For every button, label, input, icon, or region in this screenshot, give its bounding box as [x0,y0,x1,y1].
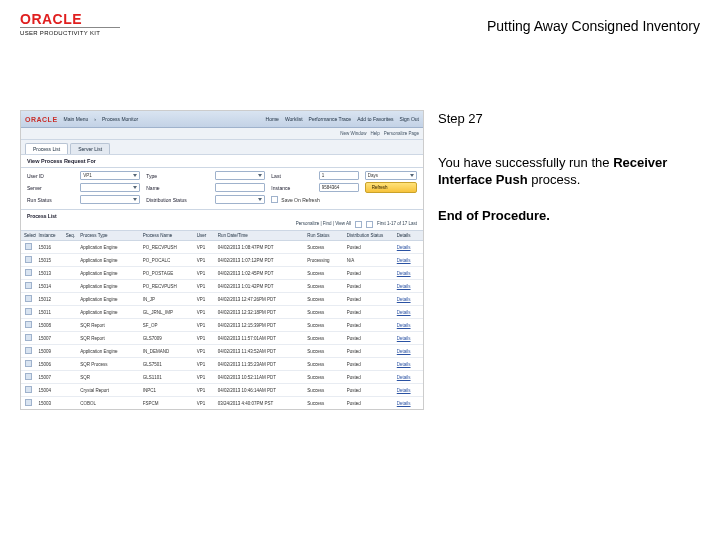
checkbox-icon[interactable] [25,295,32,302]
row-select[interactable] [21,267,36,280]
list-personalize[interactable]: Personalize | Find | View All [296,221,351,228]
cell-details[interactable]: Details [394,319,423,332]
field-diststatus[interactable] [215,195,265,204]
row-select[interactable] [21,280,36,293]
checkbox-icon[interactable] [25,321,32,328]
col-pname[interactable]: Process Name [140,231,194,241]
table-row: 15006SQR ProcessGLS7501VP104/02/2013 11:… [21,358,423,371]
col-runstatus[interactable]: Run Status [304,231,344,241]
cell-details[interactable]: Details [394,384,423,397]
cell-pname: IN_JP [140,410,194,411]
checkbox-icon[interactable] [25,399,32,406]
row-select[interactable] [21,358,36,371]
checkbox-icon[interactable] [25,243,32,250]
row-select[interactable] [21,306,36,319]
checkbox-icon[interactable] [25,282,32,289]
row-select[interactable] [21,254,36,267]
checkbox-icon[interactable] [25,373,32,380]
app-tabs: Process List Server List [21,140,423,154]
cell-details[interactable]: Details [394,397,423,410]
cell-details[interactable]: Details [394,241,423,254]
row-select[interactable] [21,293,36,306]
download-icon[interactable] [366,221,373,228]
nav-favorites[interactable]: Add to Favorites [357,116,393,122]
row-select[interactable] [21,332,36,345]
cell-details[interactable]: Details [394,254,423,267]
grid-icon[interactable] [355,221,362,228]
cell-ptype: Application Engine [77,293,139,306]
checkbox-icon[interactable] [25,308,32,315]
app-topnav: Main Menu › Process Monitor [64,116,139,122]
row-select[interactable] [21,345,36,358]
page-title: Putting Away Consigned Inventory [487,18,700,34]
nav-perftrace[interactable]: Performance Trace [309,116,352,122]
label-name: Name [146,185,209,191]
cell-instance: 15016 [36,241,63,254]
nav-signout[interactable]: Sign Out [400,116,419,122]
app-topnav-item[interactable]: Main Menu [64,116,89,122]
cell-instance: 15014 [36,280,63,293]
row-select[interactable] [21,319,36,332]
cell-ptype: SQR Report [77,319,139,332]
col-instance[interactable]: Instance [36,231,63,241]
field-last-unit[interactable]: Days [365,171,417,180]
tab-process-list[interactable]: Process List [25,143,68,154]
brand-subtitle: USER PRODUCTIVITY KIT [20,30,130,36]
field-userid[interactable]: VP1 [80,171,140,180]
row-select[interactable] [21,397,36,410]
field-server[interactable] [80,183,140,192]
field-runstatus[interactable] [80,195,140,204]
col-details[interactable]: Details [394,231,423,241]
cell-user: VP1 [194,332,215,345]
col-select[interactable]: Select [21,231,36,241]
app-topnav-item[interactable]: Process Monitor [102,116,138,122]
checkbox-icon[interactable] [25,334,32,341]
save-on-refresh-checkbox[interactable] [271,196,278,203]
field-type[interactable] [215,171,265,180]
list-pager[interactable]: First 1-17 of 17 Last [377,221,417,228]
label-server: Server [27,185,74,191]
checkbox-icon[interactable] [25,269,32,276]
link-personalize[interactable]: Personalize Page [384,131,419,136]
col-datetime[interactable]: Run Date/Time [215,231,305,241]
nav-home[interactable]: Home [266,116,279,122]
link-help[interactable]: Help [370,131,379,136]
cell-pname: PO_RECVPUSH [140,241,194,254]
col-diststatus[interactable]: Distribution Status [344,231,394,241]
cell-instance: 15006 [36,358,63,371]
row-select[interactable] [21,241,36,254]
cell-details[interactable]: Details [394,293,423,306]
field-instance[interactable]: 9584364 [319,183,359,192]
cell-datetime: 04/02/2013 1:08:47PM PDT [215,241,305,254]
link-newwindow[interactable]: New Window [340,131,366,136]
checkbox-icon[interactable] [25,256,32,263]
row-select[interactable] [21,371,36,384]
process-list-header: Process List [21,210,423,221]
checkbox-icon[interactable] [25,347,32,354]
row-select[interactable] [21,384,36,397]
tab-server-list[interactable]: Server List [70,143,110,154]
cell-details[interactable]: Details [394,267,423,280]
cell-details[interactable]: Details [394,332,423,345]
cell-details[interactable]: Details [394,358,423,371]
cell-datetime: 03/24/2013 4:40:07PM PST [215,397,305,410]
cell-instance: 15007 [36,332,63,345]
cell-pname: IN_JP [140,293,194,306]
app-subbar: New Window Help Personalize Page [21,128,423,140]
checkbox-icon[interactable] [25,386,32,393]
cell-details[interactable]: Details [394,280,423,293]
col-user[interactable]: User [194,231,215,241]
checkbox-icon[interactable] [25,360,32,367]
refresh-button[interactable]: Refresh [365,182,417,193]
cell-details[interactable]: Details [394,345,423,358]
cell-details[interactable]: Details [394,371,423,384]
cell-details[interactable]: Details [394,306,423,319]
col-ptype[interactable]: Process Type [77,231,139,241]
row-select[interactable] [21,410,36,411]
field-name[interactable] [215,183,265,192]
cell-details[interactable]: Details [394,410,423,411]
table-row: 15003COBOLFSPCMVP103/24/2013 4:40:07PM P… [21,397,423,410]
col-seq[interactable]: Seq. [63,231,78,241]
field-last[interactable]: 1 [319,171,359,180]
nav-worklist[interactable]: Worklist [285,116,303,122]
